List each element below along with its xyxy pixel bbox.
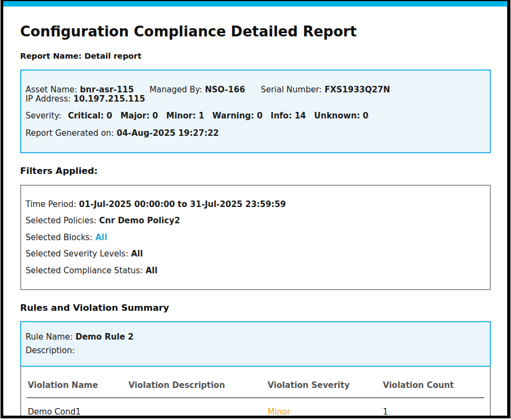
field-label: Managed By: xyxy=(149,85,202,95)
violation-table-header: Violation Name Violation Description Vio… xyxy=(27,381,484,390)
report-page: Configuration Compliance Detailed Report… xyxy=(1,0,510,418)
asset-info-line: Asset Name:bnr-asr-115 Managed By:NSO-16… xyxy=(26,85,482,104)
rule-description-label: Description: xyxy=(26,346,74,355)
filter-selected-compliance-status: Selected Compliance Status:All xyxy=(26,266,482,275)
table-header-divider xyxy=(27,397,484,398)
field-label: Asset Name: xyxy=(26,85,77,95)
filter-time-period: Time Period:01-Jul-2025 00:00:00 to 31-J… xyxy=(26,200,482,209)
field-value: 10.197.215.115 xyxy=(73,94,145,104)
report-name-value: Detail report xyxy=(84,52,141,60)
report-content: Configuration Compliance Detailed Report… xyxy=(3,23,507,418)
column-header-violation-severity: Violation Severity xyxy=(266,381,382,390)
field-value: FXS1933Q27N xyxy=(325,85,390,95)
table-row: Demo Cond1 Minor 1 xyxy=(27,408,484,417)
severity-warning: Warning:0 xyxy=(213,111,263,121)
report-name-label: Report Name: xyxy=(20,52,82,60)
severity-info: Info:14 xyxy=(271,111,306,121)
severity-minor: Minor:1 xyxy=(166,111,204,121)
filter-selected-severity-levels: Selected Severity Levels:All xyxy=(26,249,482,259)
column-header-violation-count: Violation Count xyxy=(382,381,484,390)
ip-address-field: IP Address:10.197.215.115 xyxy=(26,94,145,104)
violation-name-cell: Demo Cond1 xyxy=(27,408,127,417)
field-label: Serial Number: xyxy=(261,85,322,95)
violation-description-cell xyxy=(127,408,266,417)
field-value: bnr-asr-115 xyxy=(80,85,134,95)
severity-major: Major:0 xyxy=(120,111,158,121)
asset-name-field: Asset Name:bnr-asr-115 xyxy=(26,85,134,95)
rule-name-line: Rule Name:Demo Rule 2 xyxy=(26,333,482,342)
violation-table: Violation Name Violation Description Vio… xyxy=(20,367,491,418)
managed-by-field: Managed By:NSO-166 xyxy=(149,85,245,95)
rule-name-label: Rule Name: xyxy=(26,332,73,342)
column-header-violation-name: Violation Name xyxy=(27,381,127,390)
severity-unknown: Unknown:0 xyxy=(314,111,369,121)
rule-header-box: Rule Name:Demo Rule 2 Description: xyxy=(20,321,491,367)
filters-box: Time Period:01-Jul-2025 00:00:00 to 31-J… xyxy=(20,185,491,290)
severity-critical: Critical:0 xyxy=(68,111,112,121)
top-accent-bar xyxy=(3,1,507,7)
generated-label: Report Generated on: xyxy=(26,128,114,138)
report-generated-line: Report Generated on:04-Aug-2025 19:27:22 xyxy=(26,129,482,138)
severity-label: Severity: xyxy=(26,111,61,121)
field-label: IP Address: xyxy=(26,94,71,104)
generated-value: 04-Aug-2025 19:27:22 xyxy=(117,128,219,138)
filters-heading: Filters Applied: xyxy=(20,166,491,176)
serial-number-field: Serial Number:FXS1933Q27N xyxy=(261,85,390,95)
rules-summary-heading: Rules and Violation Summary xyxy=(20,303,491,313)
severity-summary-line: Severity:Critical:0Major:0Minor:1Warning… xyxy=(26,111,482,121)
filter-selected-policies: Selected Policies:Cnr Demo Policy2 xyxy=(26,216,482,225)
report-name-line: Report Name:Detail report xyxy=(20,52,491,60)
column-header-violation-description: Violation Description xyxy=(127,381,266,390)
violation-severity-cell: Minor xyxy=(266,408,382,417)
rule-name-value: Demo Rule 2 xyxy=(76,332,134,342)
page-title: Configuration Compliance Detailed Report xyxy=(20,23,491,40)
filter-selected-blocks: Selected Blocks:All xyxy=(26,233,482,242)
generated-field: Report Generated on:04-Aug-2025 19:27:22 xyxy=(26,128,219,138)
field-value: NSO-166 xyxy=(205,85,245,95)
violation-count-cell: 1 xyxy=(382,408,484,417)
asset-info-box: Asset Name:bnr-asr-115 Managed By:NSO-16… xyxy=(20,70,491,153)
rule-description-line: Description: xyxy=(26,346,482,355)
